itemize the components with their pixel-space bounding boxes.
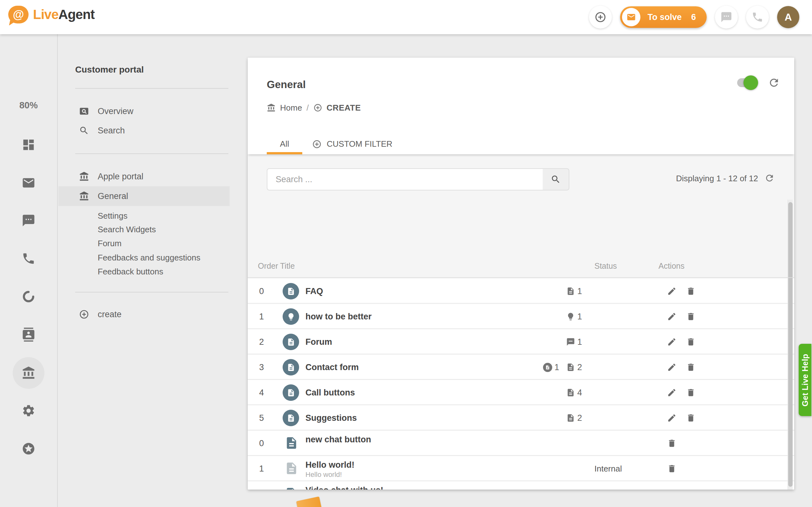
calls-header-button[interactable] (746, 6, 769, 29)
row-title[interactable]: Video chat with us! (305, 485, 527, 490)
to-solve-count: 6 (691, 12, 696, 22)
delete-button[interactable] (667, 464, 676, 473)
sidebar-subitem-forum[interactable]: Forum (98, 236, 218, 250)
row-titles: Contact form (305, 354, 527, 380)
edit-button[interactable] (667, 286, 676, 296)
sidebar-subitem-feedback-buttons[interactable]: Feedback buttons (98, 265, 218, 279)
column-order: Order (258, 262, 278, 271)
doc-count-badge: 2 (566, 362, 582, 372)
edit-button[interactable] (667, 362, 676, 372)
bank-icon (79, 171, 90, 182)
row-title[interactable]: Hello world! (305, 460, 527, 470)
rail-item-tickets[interactable] (20, 174, 38, 192)
table-row[interactable]: 4 Call buttons 4 (248, 380, 794, 405)
row-title[interactable]: FAQ (305, 286, 527, 296)
delete-button[interactable] (686, 337, 696, 347)
usage-percent: 80% (0, 100, 57, 111)
sidebar-subitem-search-widgets[interactable]: Search Widgets (98, 222, 218, 236)
category-doc-icon (283, 334, 299, 350)
add-new-button[interactable] (589, 6, 612, 29)
chat-widget-peek[interactable] (296, 497, 322, 507)
table-row[interactable]: 0 new chat button (248, 431, 794, 456)
edit-button[interactable] (667, 312, 676, 321)
row-actions (667, 304, 696, 329)
delete-button[interactable] (686, 388, 696, 397)
breadcrumb-home[interactable]: Home (280, 103, 302, 113)
sidebar-subitem-settings[interactable]: Settings (98, 209, 218, 223)
subitem-label: Search Widgets (98, 225, 156, 234)
breadcrumb-create[interactable]: CREATE (327, 103, 361, 113)
get-live-help-tab[interactable]: Get Live Help (799, 344, 811, 416)
row-title[interactable]: new chat button (305, 435, 527, 445)
portal-enabled-toggle[interactable] (737, 78, 756, 87)
edit-button[interactable] (667, 337, 676, 347)
edit-button[interactable] (667, 413, 676, 423)
sidebar-item-general[interactable]: General (58, 186, 230, 206)
row-order: 2 (259, 329, 264, 354)
table-row[interactable]: 2 Forum 1 (248, 329, 794, 354)
delete-button[interactable] (667, 489, 676, 490)
row-order: 0 (259, 279, 264, 304)
row-order: 1 (259, 304, 264, 329)
table-header: Order Title Status Actions (248, 256, 794, 278)
table-row[interactable]: 3 Contact form 12 (248, 354, 794, 380)
search-button[interactable] (543, 168, 569, 190)
doc-count-badge: 2 (566, 413, 582, 423)
edit-button[interactable] (667, 388, 676, 397)
delete-button[interactable] (667, 439, 676, 448)
tab-custom-filter[interactable]: CUSTOM FILTER (312, 134, 392, 154)
phone-icon (751, 11, 763, 23)
rail-item-pending[interactable] (20, 288, 38, 305)
sidebar-subitem-feedbacks[interactable]: Feedbacks and suggestions (98, 250, 218, 265)
table-scrollbar-thumb[interactable] (788, 202, 793, 487)
sidebar-title: Customer portal (75, 65, 144, 75)
sidebar-item-label: create (98, 309, 121, 320)
rail-item-customer-portal[interactable] (20, 364, 38, 382)
row-actions (667, 431, 676, 456)
liveagent-logo[interactable]: @ LiveAgent (8, 6, 95, 23)
row-title[interactable]: Forum (305, 337, 527, 347)
rail-item-settings[interactable] (20, 402, 38, 419)
row-title[interactable]: Contact form (305, 362, 527, 372)
user-avatar[interactable]: A (777, 6, 799, 28)
plus-circle-icon (313, 103, 322, 112)
phone-icon (21, 251, 36, 266)
table-row[interactable]: 1 how to be better 1 (248, 304, 794, 329)
sidebar-item-create[interactable]: create (58, 307, 230, 321)
to-solve-button[interactable]: To solve 6 (620, 6, 707, 28)
row-titles: Forum (305, 329, 527, 354)
rail-item-calls[interactable] (20, 250, 38, 268)
row-title[interactable]: Suggestions (305, 413, 527, 423)
envelope-icon (626, 12, 636, 22)
delete-button[interactable] (686, 362, 696, 372)
refresh-icon (764, 173, 774, 183)
table-row[interactable]: 1 Hello world! Hello world! Internal (248, 456, 794, 481)
sidebar-item-overview[interactable]: Overview (58, 104, 230, 118)
star-circle-icon (21, 442, 36, 456)
search-input[interactable] (267, 169, 543, 190)
table-row[interactable]: 0 FAQ 1 (248, 279, 794, 304)
row-titles: FAQ (305, 279, 527, 304)
delete-button[interactable] (686, 286, 696, 296)
refresh-button[interactable] (768, 77, 780, 89)
rail-item-chats[interactable] (20, 212, 38, 229)
list-refresh-button[interactable] (764, 173, 774, 183)
tab-all[interactable]: All (267, 134, 302, 154)
delete-button[interactable] (686, 312, 696, 321)
sidebar-item-apple-portal[interactable]: Apple portal (58, 170, 230, 183)
row-titles: how to be better (305, 304, 527, 329)
sidebar-item-search[interactable]: Search (58, 124, 230, 137)
table-row[interactable]: 2 Video chat with us! Click the call but… (248, 481, 794, 490)
rail-item-dashboard[interactable] (20, 136, 38, 154)
rail-item-rewards[interactable] (20, 440, 38, 458)
rail-item-contacts[interactable] (20, 326, 38, 343)
row-title[interactable]: how to be better (305, 312, 527, 322)
table-scrollbar-track[interactable] (788, 200, 793, 490)
delete-button[interactable] (686, 413, 696, 423)
bulb-count-badge: 1 (566, 312, 582, 322)
table-row[interactable]: 5 Suggestions 2 (248, 405, 794, 431)
row-actions (667, 481, 676, 490)
chats-header-button[interactable] (715, 6, 738, 29)
row-title[interactable]: Call buttons (305, 388, 527, 398)
brand-agent: Agent (58, 7, 95, 22)
